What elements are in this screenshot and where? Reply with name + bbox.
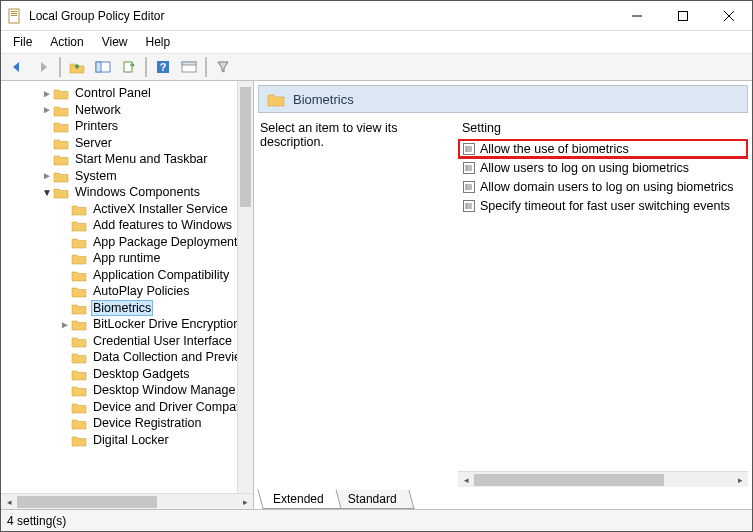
minimize-button[interactable] [614, 1, 660, 31]
export-button[interactable] [117, 56, 141, 78]
details-pane: Biometrics Select an item to view its de… [254, 81, 752, 509]
tab-extended[interactable]: Extended [257, 489, 341, 509]
tree-item[interactable]: Desktop Window Manage [1, 382, 253, 399]
tree-item[interactable]: Printers [1, 118, 253, 135]
show-hide-tree-button[interactable] [91, 56, 115, 78]
tree-item-label: Device and Driver Compat [91, 400, 242, 414]
tree-item[interactable]: ►BitLocker Drive Encryption [1, 316, 253, 333]
setting-item[interactable]: Allow domain users to log on using biome… [458, 177, 748, 196]
tree-vertical-scrollbar[interactable] [237, 81, 253, 493]
tree-item[interactable]: App runtime [1, 250, 253, 267]
tree-item-label: Network [73, 103, 123, 117]
menu-action[interactable]: Action [42, 33, 91, 51]
tree-item-label: Application Compatibility [91, 268, 231, 282]
tree-item-label: Windows Components [73, 185, 202, 199]
tree-item[interactable]: Start Menu and Taskbar [1, 151, 253, 168]
maximize-button[interactable] [660, 1, 706, 31]
expander-icon[interactable]: ▼ [41, 187, 53, 198]
close-button[interactable] [706, 1, 752, 31]
tree-item-label: Printers [73, 119, 120, 133]
tree-item[interactable]: Credential User Interface [1, 333, 253, 350]
menu-help[interactable]: Help [138, 33, 179, 51]
filter-button[interactable] [211, 56, 235, 78]
expander-icon[interactable]: ► [41, 104, 53, 115]
tree-item[interactable]: Device Registration [1, 415, 253, 432]
tree-item-label: Biometrics [91, 300, 153, 316]
scroll-right-icon[interactable]: ▸ [237, 494, 253, 510]
tree-item[interactable]: AutoPlay Policies [1, 283, 253, 300]
tree-item-label: AutoPlay Policies [91, 284, 192, 298]
toolbar-separator [205, 57, 207, 77]
app-icon [7, 8, 23, 24]
setting-label: Allow domain users to log on using biome… [480, 180, 734, 194]
tree-item[interactable]: Desktop Gadgets [1, 366, 253, 383]
setting-label: Allow users to log on using biometrics [480, 161, 689, 175]
tree-item[interactable]: Data Collection and Previe [1, 349, 253, 366]
tree-item-label: ActiveX Installer Service [91, 202, 230, 216]
svg-point-33 [465, 184, 467, 186]
tree-item-label: Desktop Gadgets [91, 367, 192, 381]
tree-item-label: Desktop Window Manage [91, 383, 237, 397]
properties-button[interactable] [177, 56, 201, 78]
svg-rect-3 [11, 15, 17, 16]
tree-item[interactable]: Application Compatibility [1, 267, 253, 284]
tree[interactable]: ►Control Panel►NetworkPrintersServerStar… [1, 81, 253, 448]
toolbar-separator [59, 57, 61, 77]
tree-item-label: Data Collection and Previe [91, 350, 243, 364]
tabs-row: Extended Standard [254, 487, 752, 509]
tab-standard[interactable]: Standard [332, 490, 414, 509]
tree-item-label: Credential User Interface [91, 334, 234, 348]
svg-point-21 [465, 150, 467, 152]
scroll-left-icon[interactable]: ◂ [458, 472, 474, 488]
tree-item-label: App runtime [91, 251, 162, 265]
settings-list[interactable]: Allow the use of biometricsAllow users t… [458, 139, 748, 471]
svg-point-35 [465, 188, 467, 190]
scroll-left-icon[interactable]: ◂ [1, 494, 17, 510]
column-header-setting[interactable]: Setting [458, 119, 748, 139]
expander-icon[interactable]: ► [41, 170, 53, 181]
menu-view[interactable]: View [94, 33, 136, 51]
tree-item[interactable]: App Package Deployment [1, 234, 253, 251]
folder-icon [267, 91, 285, 107]
status-text: 4 setting(s) [7, 514, 66, 528]
forward-button[interactable] [31, 56, 55, 78]
tree-item-label: Server [73, 136, 114, 150]
setting-item[interactable]: Specify timeout for fast user switching … [458, 196, 748, 215]
tree-item-label: Device Registration [91, 416, 203, 430]
tree-item[interactable]: ►System [1, 168, 253, 185]
tree-scroll: ►Control Panel►NetworkPrintersServerStar… [1, 81, 253, 493]
expander-icon[interactable]: ► [59, 319, 71, 330]
tree-horizontal-scrollbar[interactable]: ◂ ▸ [1, 493, 253, 509]
list-horizontal-scrollbar[interactable]: ◂ ▸ [458, 471, 748, 487]
tree-item[interactable]: ▼Windows Components [1, 184, 253, 201]
description-text: Select an item to view its description. [258, 119, 458, 487]
setting-item[interactable]: Allow the use of biometrics [458, 139, 748, 158]
expander-icon[interactable]: ► [41, 88, 53, 99]
menubar: File Action View Help [1, 31, 752, 53]
tree-item[interactable]: Biometrics [1, 300, 253, 317]
back-button[interactable] [5, 56, 29, 78]
tree-item[interactable]: Digital Locker [1, 432, 253, 449]
tree-item[interactable]: Add features to Windows [1, 217, 253, 234]
scroll-right-icon[interactable]: ▸ [732, 472, 748, 488]
tree-item[interactable]: Server [1, 135, 253, 152]
up-button[interactable] [65, 56, 89, 78]
svg-point-34 [465, 186, 467, 188]
svg-point-20 [465, 148, 467, 150]
tree-item[interactable]: ►Control Panel [1, 85, 253, 102]
tree-item-label: Start Menu and Taskbar [73, 152, 209, 166]
tree-item[interactable]: Device and Driver Compat [1, 399, 253, 416]
svg-point-41 [465, 205, 467, 207]
svg-point-27 [465, 167, 467, 169]
help-button[interactable]: ? [151, 56, 175, 78]
toolbar-separator [145, 57, 147, 77]
tree-item-label: System [73, 169, 119, 183]
setting-item[interactable]: Allow users to log on using biometrics [458, 158, 748, 177]
svg-point-26 [465, 165, 467, 167]
svg-point-28 [465, 169, 467, 171]
tree-item[interactable]: ActiveX Installer Service [1, 201, 253, 218]
menu-file[interactable]: File [5, 33, 40, 51]
tree-item-label: App Package Deployment [91, 235, 240, 249]
tree-item[interactable]: ►Network [1, 102, 253, 119]
svg-rect-2 [11, 13, 17, 14]
